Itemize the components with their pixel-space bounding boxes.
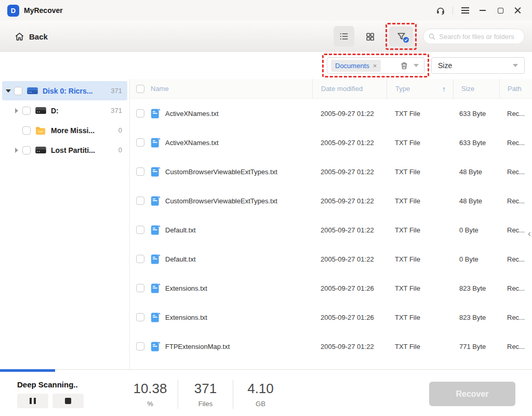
app-logo-icon: D: [7, 5, 19, 17]
table-row[interactable]: CustomBrowserViewableExtTypes.txt 2005-0…: [130, 186, 532, 215]
file-date-modified: 2005-09-27 01:26: [312, 303, 387, 332]
row-checkbox[interactable]: [136, 197, 144, 205]
column-header-type[interactable]: Type ↑: [387, 79, 453, 98]
tree-expand-caret[interactable]: [12, 148, 21, 153]
file-type: TXT File: [387, 99, 453, 128]
row-checkbox[interactable]: [136, 226, 144, 234]
file-table: Name Date modified Type ↑ Size Path: [130, 79, 532, 369]
list-view-button[interactable]: [334, 26, 354, 47]
caret-down-icon: [6, 89, 11, 93]
tree-item[interactable]: D: 371: [2, 101, 127, 120]
file-name: CustomBrowserViewableExtTypes.txt: [165, 197, 277, 205]
stop-scan-button[interactable]: [52, 394, 84, 408]
minimize-button[interactable]: [474, 3, 491, 18]
file-name: ActiveXNames.txt: [165, 110, 219, 118]
tree-item-count: 0: [118, 126, 122, 134]
row-checkbox[interactable]: [136, 284, 144, 292]
file-type: TXT File: [387, 186, 453, 215]
column-header-size[interactable]: Size: [453, 79, 499, 98]
file-path: Rec...: [499, 186, 532, 215]
file-size: 771 Byte: [453, 332, 499, 361]
size-filter-dropdown[interactable]: Size: [431, 57, 525, 74]
search-input[interactable]: [439, 33, 519, 41]
tree-item-checkbox[interactable]: [22, 107, 31, 115]
active-filter-pill: Documents ×: [331, 60, 381, 72]
recover-button[interactable]: Recover: [429, 382, 515, 406]
file-size: 48 Byte: [453, 157, 499, 186]
type-filter-dropdown[interactable]: Documents ×: [327, 57, 424, 74]
remove-filter-icon[interactable]: ×: [373, 62, 377, 69]
table-rows: ActiveXNames.txt 2005-09-27 01:22 TXT Fi…: [130, 99, 532, 369]
row-checkbox[interactable]: [136, 255, 144, 263]
table-row[interactable]: Extensions.txt 2005-09-27 01:26 TXT File…: [130, 274, 532, 303]
select-all-checkbox[interactable]: [136, 85, 144, 93]
tree-item-label: Lost Partiti...: [51, 146, 118, 154]
collapse-panel-chevron[interactable]: ‹: [528, 229, 531, 238]
column-header-path[interactable]: Path: [499, 79, 532, 98]
caret-right-icon: [15, 108, 18, 113]
maximize-button[interactable]: [491, 3, 509, 18]
tree-item-checkbox[interactable]: [14, 87, 22, 95]
table-row[interactable]: Default.txt 2005-09-27 01:22 TXT File 0 …: [130, 244, 532, 274]
filter-dropdown-caret-icon: [414, 64, 419, 67]
file-date-modified: 2005-09-27 01:22: [312, 332, 387, 361]
trash-icon[interactable]: [400, 61, 408, 70]
caret-right-icon: [15, 148, 18, 153]
tree-item[interactable]: Lost Partiti... 0: [2, 140, 127, 160]
support-headset-button[interactable]: [432, 3, 449, 18]
file-date-modified: 2005-09-27 01:22: [312, 215, 387, 244]
search-icon: [429, 33, 435, 41]
file-date-modified: 2005-09-27 01:22: [312, 157, 387, 186]
row-checkbox[interactable]: [136, 109, 144, 118]
scan-stats: 10.38 % 371 Files 4.10 GB: [123, 380, 288, 409]
filter-row: Documents × Size: [0, 52, 532, 79]
column-header-name[interactable]: Name: [130, 79, 312, 98]
row-checkbox[interactable]: [136, 313, 144, 321]
table-row[interactable]: FTPExtensionMap.txt 2005-09-27 01:22 TXT…: [130, 332, 532, 361]
active-filter-label: Documents: [335, 62, 369, 70]
txt-file-icon: [151, 166, 161, 177]
size-filter-label: Size: [438, 61, 452, 70]
table-row[interactable]: Extensions.txt 2005-09-27 01:26 TXT File…: [130, 303, 532, 332]
column-header-date-modified[interactable]: Date modified: [312, 79, 387, 98]
file-type: TXT File: [387, 157, 453, 186]
tree-item[interactable]: Disk 0: Ricrs... 371: [2, 81, 127, 100]
file-type: TXT File: [387, 274, 453, 303]
table-row[interactable]: CustomBrowserViewableExtTypes.txt 2005-0…: [130, 157, 532, 186]
tree-item-checkbox[interactable]: [22, 146, 31, 154]
title-bar: D MyRecover: [0, 0, 532, 21]
table-row[interactable]: ActiveXNames.txt 2005-09-27 01:22 TXT Fi…: [130, 99, 532, 128]
tree-item-checkbox[interactable]: [22, 126, 31, 135]
header-name-label: Name: [151, 85, 169, 93]
tree-item-icon-box: [35, 126, 47, 135]
table-row[interactable]: Default.txt 2005-09-27 01:22 TXT File 0 …: [130, 215, 532, 244]
pause-scan-button[interactable]: [17, 394, 48, 408]
tree-expand-caret[interactable]: [4, 89, 12, 93]
app-title: MyRecover: [24, 6, 63, 15]
txt-file-icon: [151, 108, 161, 119]
tree-item-icon-box: [26, 87, 39, 95]
home-icon: [15, 32, 24, 42]
tree-expand-caret[interactable]: [12, 108, 21, 113]
maximize-icon: [498, 8, 503, 14]
row-checkbox[interactable]: [136, 167, 144, 176]
row-checkbox[interactable]: [136, 342, 144, 350]
tree-item-count: 371: [111, 107, 122, 114]
file-date-modified: 2005-09-27 01:22: [312, 186, 387, 215]
file-date-modified: 2005-09-27 01:22: [312, 99, 387, 128]
scan-stat: 10.38 %: [123, 380, 178, 409]
titlebar-controls: [432, 3, 527, 18]
filter-button[interactable]: [389, 27, 413, 46]
grid-view-button[interactable]: [360, 26, 380, 47]
tree-item[interactable]: More Missi... 0: [2, 121, 127, 140]
file-size: 823 Byte: [453, 274, 499, 303]
file-path: Rec...: [499, 274, 532, 303]
back-button[interactable]: Back: [15, 32, 48, 42]
sort-ascending-icon[interactable]: ↑: [442, 85, 446, 93]
menu-button[interactable]: [456, 3, 474, 18]
file-name: Extensions.txt: [165, 314, 207, 321]
close-button[interactable]: [509, 3, 527, 18]
file-name: CustomBrowserViewableExtTypes.txt: [165, 168, 277, 176]
table-row[interactable]: ActiveXNames.txt 2005-09-27 01:22 TXT Fi…: [130, 128, 532, 157]
row-checkbox[interactable]: [136, 138, 144, 147]
